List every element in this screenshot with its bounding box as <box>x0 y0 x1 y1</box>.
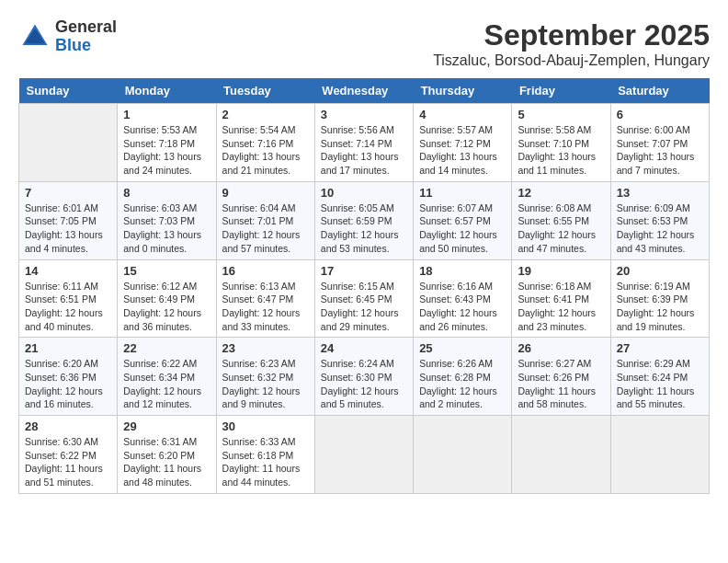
day-number: 29 <box>123 419 210 433</box>
logo-blue: Blue <box>55 37 117 55</box>
day-number: 22 <box>123 341 210 355</box>
day-info: Sunrise: 6:16 AMSunset: 6:43 PMDaylight:… <box>419 280 506 334</box>
calendar-cell: 7 Sunrise: 6:01 AMSunset: 7:05 PMDayligh… <box>19 181 118 259</box>
day-info: Sunrise: 6:13 AMSunset: 6:47 PMDaylight:… <box>222 280 309 334</box>
day-info: Sunrise: 6:04 AMSunset: 7:01 PMDaylight:… <box>222 201 309 256</box>
day-number: 27 <box>617 341 703 355</box>
day-number: 6 <box>617 108 703 121</box>
logo-icon <box>18 20 51 53</box>
day-info: Sunrise: 5:53 AMSunset: 7:18 PMDaylight:… <box>123 123 210 178</box>
calendar-cell: 8 Sunrise: 6:03 AMSunset: 7:03 PMDayligh… <box>118 181 216 259</box>
day-info: Sunrise: 6:26 AMSunset: 6:28 PMDaylight:… <box>419 357 506 411</box>
day-number: 8 <box>123 186 210 200</box>
col-header-wednesday: Wednesday <box>314 78 413 104</box>
day-number: 13 <box>617 186 703 200</box>
day-info: Sunrise: 6:23 AMSunset: 6:32 PMDaylight:… <box>222 357 309 411</box>
day-number: 19 <box>518 264 604 278</box>
day-number: 30 <box>222 419 309 433</box>
calendar-cell: 5 Sunrise: 5:58 AMSunset: 7:10 PMDayligh… <box>512 104 610 182</box>
day-number: 25 <box>419 341 506 355</box>
month-title: September 2025 <box>433 18 710 52</box>
calendar-cell <box>512 416 610 494</box>
calendar-week-1: 1 Sunrise: 5:53 AMSunset: 7:18 PMDayligh… <box>19 104 710 182</box>
day-number: 21 <box>25 341 111 355</box>
day-info: Sunrise: 6:29 AMSunset: 6:24 PMDaylight:… <box>617 357 703 411</box>
calendar-cell: 24 Sunrise: 6:24 AMSunset: 6:30 PMDaylig… <box>314 338 413 416</box>
day-info: Sunrise: 5:54 AMSunset: 7:16 PMDaylight:… <box>222 123 309 178</box>
calendar-cell: 1 Sunrise: 5:53 AMSunset: 7:18 PMDayligh… <box>118 104 216 182</box>
calendar-cell: 21 Sunrise: 6:20 AMSunset: 6:36 PMDaylig… <box>19 338 118 416</box>
day-number: 12 <box>518 186 604 200</box>
day-info: Sunrise: 6:27 AMSunset: 6:26 PMDaylight:… <box>518 357 604 411</box>
day-number: 7 <box>25 186 111 200</box>
calendar-cell: 17 Sunrise: 6:15 AMSunset: 6:45 PMDaylig… <box>314 259 413 338</box>
day-number: 2 <box>222 108 309 121</box>
day-info: Sunrise: 6:18 AMSunset: 6:41 PMDaylight:… <box>518 280 604 334</box>
location: Tiszaluc, Borsod-Abauj-Zemplen, Hungary <box>433 52 710 69</box>
calendar-cell: 29 Sunrise: 6:31 AMSunset: 6:20 PMDaylig… <box>118 416 216 494</box>
calendar-cell: 15 Sunrise: 6:12 AMSunset: 6:49 PMDaylig… <box>118 259 216 338</box>
calendar-cell: 3 Sunrise: 5:56 AMSunset: 7:14 PMDayligh… <box>314 104 413 182</box>
col-header-sunday: Sunday <box>19 78 118 104</box>
calendar-cell: 28 Sunrise: 6:30 AMSunset: 6:22 PMDaylig… <box>19 416 118 494</box>
calendar-cell: 6 Sunrise: 6:00 AMSunset: 7:07 PMDayligh… <box>610 104 709 182</box>
day-info: Sunrise: 6:24 AMSunset: 6:30 PMDaylight:… <box>321 357 407 411</box>
calendar-week-2: 7 Sunrise: 6:01 AMSunset: 7:05 PMDayligh… <box>19 181 710 259</box>
day-info: Sunrise: 6:19 AMSunset: 6:39 PMDaylight:… <box>617 280 703 334</box>
day-number: 11 <box>419 186 506 200</box>
calendar-cell: 4 Sunrise: 5:57 AMSunset: 7:12 PMDayligh… <box>414 104 512 182</box>
day-info: Sunrise: 6:03 AMSunset: 7:03 PMDaylight:… <box>123 201 210 256</box>
calendar-cell <box>610 416 709 494</box>
calendar-cell: 30 Sunrise: 6:33 AMSunset: 6:18 PMDaylig… <box>216 416 314 494</box>
day-info: Sunrise: 6:11 AMSunset: 6:51 PMDaylight:… <box>25 280 111 334</box>
calendar-cell: 9 Sunrise: 6:04 AMSunset: 7:01 PMDayligh… <box>216 181 314 259</box>
col-header-friday: Friday <box>512 78 610 104</box>
calendar-table: SundayMondayTuesdayWednesdayThursdayFrid… <box>18 78 710 494</box>
logo-text: General Blue <box>55 18 117 55</box>
logo-general: General <box>55 18 117 37</box>
day-number: 28 <box>25 419 111 433</box>
calendar-cell: 2 Sunrise: 5:54 AMSunset: 7:16 PMDayligh… <box>216 104 314 182</box>
day-info: Sunrise: 5:57 AMSunset: 7:12 PMDaylight:… <box>419 123 506 178</box>
day-number: 23 <box>222 341 309 355</box>
calendar-cell: 23 Sunrise: 6:23 AMSunset: 6:32 PMDaylig… <box>216 338 314 416</box>
calendar-cell: 25 Sunrise: 6:26 AMSunset: 6:28 PMDaylig… <box>414 338 512 416</box>
calendar-cell: 11 Sunrise: 6:07 AMSunset: 6:57 PMDaylig… <box>414 181 512 259</box>
calendar-cell: 27 Sunrise: 6:29 AMSunset: 6:24 PMDaylig… <box>610 338 709 416</box>
calendar-cell: 26 Sunrise: 6:27 AMSunset: 6:26 PMDaylig… <box>512 338 610 416</box>
day-number: 10 <box>321 186 407 200</box>
day-info: Sunrise: 6:22 AMSunset: 6:34 PMDaylight:… <box>123 357 210 411</box>
day-number: 20 <box>617 264 703 278</box>
day-info: Sunrise: 5:58 AMSunset: 7:10 PMDaylight:… <box>518 123 604 178</box>
day-number: 5 <box>518 108 604 121</box>
day-number: 4 <box>419 108 506 121</box>
col-header-thursday: Thursday <box>414 78 512 104</box>
calendar-cell: 12 Sunrise: 6:08 AMSunset: 6:55 PMDaylig… <box>512 181 610 259</box>
day-number: 3 <box>321 108 407 121</box>
calendar-cell: 19 Sunrise: 6:18 AMSunset: 6:41 PMDaylig… <box>512 259 610 338</box>
day-info: Sunrise: 6:31 AMSunset: 6:20 PMDaylight:… <box>123 435 210 489</box>
day-info: Sunrise: 6:12 AMSunset: 6:49 PMDaylight:… <box>123 280 210 334</box>
calendar-cell <box>414 416 512 494</box>
day-number: 16 <box>222 264 309 278</box>
day-info: Sunrise: 6:01 AMSunset: 7:05 PMDaylight:… <box>25 201 111 256</box>
day-info: Sunrise: 6:20 AMSunset: 6:36 PMDaylight:… <box>25 357 111 411</box>
day-info: Sunrise: 6:33 AMSunset: 6:18 PMDaylight:… <box>222 435 309 489</box>
calendar-cell: 10 Sunrise: 6:05 AMSunset: 6:59 PMDaylig… <box>314 181 413 259</box>
day-info: Sunrise: 6:00 AMSunset: 7:07 PMDaylight:… <box>617 123 703 178</box>
calendar-cell: 13 Sunrise: 6:09 AMSunset: 6:53 PMDaylig… <box>610 181 709 259</box>
day-number: 24 <box>321 341 407 355</box>
day-info: Sunrise: 5:56 AMSunset: 7:14 PMDaylight:… <box>321 123 407 178</box>
calendar-cell <box>314 416 413 494</box>
day-info: Sunrise: 6:07 AMSunset: 6:57 PMDaylight:… <box>419 201 506 256</box>
calendar-cell: 14 Sunrise: 6:11 AMSunset: 6:51 PMDaylig… <box>19 259 118 338</box>
day-number: 18 <box>419 264 506 278</box>
logo: General Blue <box>18 18 117 55</box>
calendar-header-row: SundayMondayTuesdayWednesdayThursdayFrid… <box>19 78 710 104</box>
day-number: 1 <box>123 108 210 121</box>
day-number: 15 <box>123 264 210 278</box>
day-info: Sunrise: 6:08 AMSunset: 6:55 PMDaylight:… <box>518 201 604 256</box>
calendar-week-3: 14 Sunrise: 6:11 AMSunset: 6:51 PMDaylig… <box>19 259 710 338</box>
calendar-week-4: 21 Sunrise: 6:20 AMSunset: 6:36 PMDaylig… <box>19 338 710 416</box>
title-block: September 2025 Tiszaluc, Borsod-Abauj-Ze… <box>433 18 710 69</box>
